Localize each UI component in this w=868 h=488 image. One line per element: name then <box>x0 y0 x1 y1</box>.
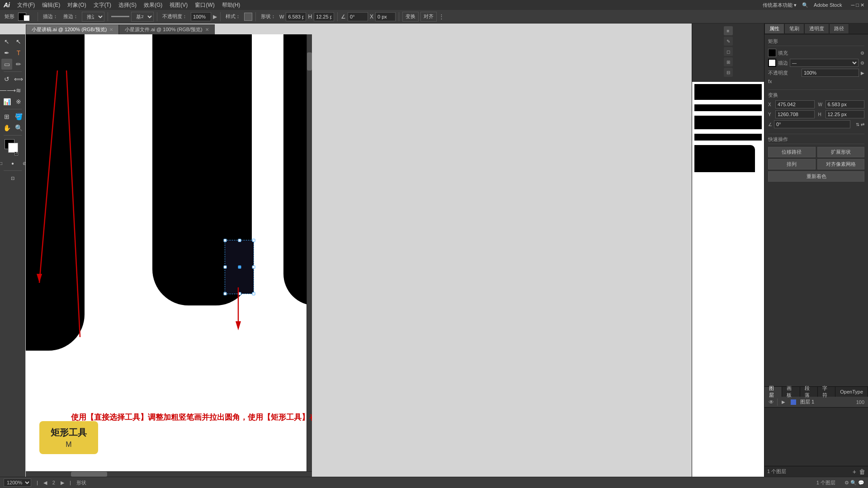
fill-mode[interactable]: ● <box>7 158 18 169</box>
stroke-type-select[interactable]: — <box>790 59 859 67</box>
menu-object[interactable]: 对象(O) <box>64 1 90 9</box>
menu-effect[interactable]: 效果(G) <box>140 1 166 9</box>
direct-select-tool[interactable]: ↖ <box>13 36 24 47</box>
layer-item-1[interactable]: 👁 ▶ 图层 1 100 <box>764 397 868 408</box>
width-select[interactable]: 推边 <box>82 12 104 22</box>
layer-add-icon[interactable]: + <box>853 468 856 475</box>
trans-icon[interactable]: ◻ <box>724 47 733 56</box>
tab-1[interactable]: 小星源文件.ai @ 100% (RGB/预览) ✕ <box>119 24 214 34</box>
menu-edit[interactable]: 编辑(E) <box>38 1 64 9</box>
panel-tab-transparency[interactable]: 透明度 <box>804 23 829 33</box>
menu-text[interactable]: 文字(T) <box>90 1 115 9</box>
stroke-swatch[interactable] <box>24 15 30 21</box>
paint-bucket[interactable]: 🪣 <box>13 111 24 122</box>
layer-tab-layers[interactable]: 图层 <box>764 387 782 397</box>
menu-help[interactable]: 帮助(H) <box>218 1 244 9</box>
handle-br[interactable] <box>252 292 255 296</box>
flip-icons[interactable]: ⇅ ⇄ <box>856 122 864 127</box>
transform-btn[interactable]: 变换 <box>402 12 419 22</box>
style-swatch[interactable] <box>244 13 252 21</box>
handle-mr[interactable] <box>252 266 255 269</box>
slice-tool[interactable]: ⊞ <box>1 111 12 122</box>
normal-mode[interactable]: □ <box>0 158 6 169</box>
handle-tl[interactable] <box>224 239 227 242</box>
h-value-input[interactable] <box>826 110 865 118</box>
color-swatches[interactable]: ↺ <box>5 139 21 155</box>
layer-tab-opentype[interactable]: OpenType <box>835 387 868 397</box>
mirror-tool[interactable]: ⟺ <box>13 74 24 84</box>
panel-tab-path[interactable]: 路径 <box>829 23 849 33</box>
align-icon[interactable]: ⊞ <box>724 57 733 66</box>
opacity-expand[interactable]: ▶ <box>861 70 864 75</box>
rect-tool[interactable]: ▭ <box>1 59 12 70</box>
brush-icon[interactable]: ✎ <box>724 37 733 46</box>
page-nav-prev[interactable]: ◀ <box>43 480 47 486</box>
selection-tool[interactable]: ↖ <box>1 36 12 47</box>
w-value-input[interactable] <box>826 100 865 108</box>
handle-tc[interactable] <box>238 239 241 242</box>
recolor-btn[interactable]: 重新着色 <box>768 171 864 182</box>
type-tool[interactable]: T <box>13 47 24 58</box>
handle-bl[interactable] <box>224 292 227 296</box>
layer-tab-char[interactable]: 字符 <box>818 387 835 397</box>
stroke-icon[interactable]: ⚙ <box>860 61 864 66</box>
layer-tab-para[interactable]: 段落 <box>800 387 818 397</box>
page-number: 2 <box>52 480 55 485</box>
hand-tool[interactable]: ✋ <box>1 122 12 133</box>
menu-view[interactable]: 视图(V) <box>166 1 191 9</box>
handle-ml[interactable] <box>224 266 227 269</box>
warp-tool-2[interactable]: ≋ <box>13 85 24 96</box>
window-controls[interactable]: ─ □ ✕ <box>851 2 864 8</box>
fill-icon[interactable]: ⚙ <box>860 51 864 56</box>
tab-0[interactable]: 小星讲稿.ai @ 1200% (RGB/预览) ✕ <box>26 24 119 34</box>
stroke-width-select[interactable]: 基本 <box>131 12 154 22</box>
x-coord-input[interactable] <box>775 100 815 108</box>
layer-tab-artboard[interactable]: 画板 <box>782 387 800 397</box>
canvas-area[interactable]: 使用【直接选择工具】调整加粗竖笔画并拉出圆角，使用【矩形工具】在其底部绘制小的矩… <box>26 34 312 477</box>
vertical-scrollbar[interactable] <box>307 34 312 471</box>
layer-icon-btn[interactable]: ⊟ <box>724 68 733 77</box>
handle-mc[interactable] <box>238 266 241 269</box>
graph-tool[interactable]: 📊 <box>1 96 12 107</box>
menu-file[interactable]: 文件(F) <box>14 1 38 9</box>
props-icon[interactable]: ≡ <box>724 26 733 35</box>
width-value[interactable] <box>286 12 306 21</box>
pen-tool[interactable]: ✒ <box>1 47 12 58</box>
panel-tab-properties[interactable]: 属性 <box>764 23 784 33</box>
handle-tr[interactable] <box>252 239 255 242</box>
search-btn[interactable]: 🔍 <box>802 2 808 8</box>
symbol-tool[interactable]: ※ <box>13 96 24 107</box>
zoom-tool[interactable]: 🔍 <box>13 122 24 133</box>
panel-tab-brush[interactable]: 笔刷 <box>784 23 804 33</box>
x-value[interactable] <box>375 12 396 21</box>
height-value[interactable] <box>314 12 334 21</box>
page-nav-next[interactable]: ▶ <box>61 480 64 486</box>
expand-shape-btn[interactable]: 扩展形状 <box>817 147 865 157</box>
menu-select[interactable]: 选择(S) <box>115 1 140 9</box>
tab-1-close[interactable]: ✕ <box>205 27 209 32</box>
artboard-tool[interactable]: ⊡ <box>7 173 18 183</box>
menu-window[interactable]: 窗口(W) <box>191 1 218 9</box>
horizontal-scrollbar[interactable] <box>26 471 312 477</box>
none-mode[interactable]: ⊘ <box>19 158 25 169</box>
y-coord-input[interactable] <box>775 110 815 118</box>
tab-0-close[interactable]: ✕ <box>109 27 113 32</box>
selected-rectangle[interactable] <box>225 240 254 294</box>
layer-lock-icon[interactable]: ▶ <box>780 399 787 405</box>
layer-del-icon[interactable]: 🗑 <box>859 468 865 475</box>
layer-visibility-icon[interactable]: 👁 <box>768 399 774 405</box>
arrange-btn[interactable]: 排列 <box>768 159 816 169</box>
align-btn[interactable]: 对齐 <box>420 12 437 22</box>
opacity-input[interactable] <box>191 12 211 21</box>
zoom-select[interactable]: 1200% <box>4 479 31 487</box>
fill-color[interactable] <box>768 49 776 57</box>
opacity-input-panel[interactable] <box>802 69 859 77</box>
pencil-tool[interactable]: ✏ <box>13 59 24 70</box>
rotate-tool[interactable]: ↺ <box>1 74 12 84</box>
pixel-align-btn[interactable]: 对齐像素网格 <box>817 159 865 169</box>
path-offset-btn[interactable]: 位移路径 <box>768 147 816 157</box>
angle-input[interactable] <box>774 120 850 128</box>
angle-value[interactable] <box>348 12 368 21</box>
stroke-swatch-panel[interactable] <box>768 59 776 67</box>
width-tool[interactable]: ⟵⟶ <box>1 85 12 96</box>
